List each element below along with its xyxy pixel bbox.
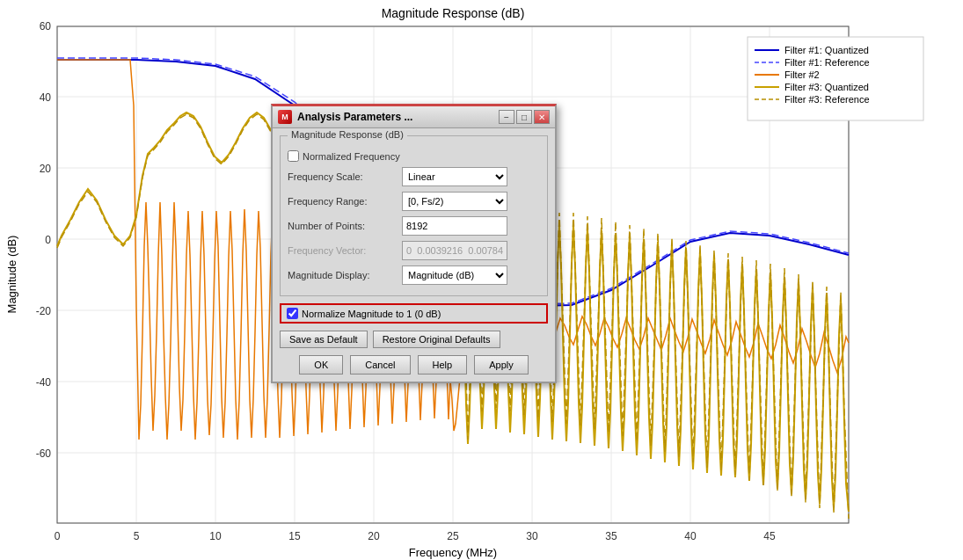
group-box-title: Magnitude Response (dB)	[288, 129, 407, 140]
svg-text:45: 45	[763, 530, 776, 542]
svg-text:Magnitude (dB): Magnitude (dB)	[5, 236, 18, 314]
save-defaults-button[interactable]: Save as Default	[280, 331, 368, 348]
cancel-button[interactable]: Cancel	[350, 355, 410, 375]
minimize-button[interactable]: −	[499, 110, 514, 124]
svg-text:Filter #1: Reference: Filter #1: Reference	[784, 57, 870, 68]
normalized-frequency-row: Normalized Frequency	[288, 150, 540, 162]
svg-text:10: 10	[209, 530, 222, 542]
svg-text:-60: -60	[36, 447, 52, 460]
magnitude-response-group: Magnitude Response (dB) Normalized Frequ…	[280, 135, 548, 296]
normalize-magnitude-label: Normalize Magnitude to 1 (0 dB)	[302, 309, 441, 319]
num-points-input[interactable]	[402, 216, 507, 236]
magnitude-display-label: Magnitude Display:	[288, 270, 402, 280]
magnitude-display-dropdown[interactable]: Magnitude (dB) Zero-phase Magnitude	[402, 265, 507, 285]
svg-text:40: 40	[40, 91, 52, 104]
window-controls: − □ ✕	[499, 110, 550, 124]
dialog-titlebar: M Analysis Parameters ... − □ ✕	[273, 106, 555, 128]
normalize-magnitude-box: Normalize Magnitude to 1 (0 dB)	[280, 303, 548, 324]
dialog-action-buttons: OK Cancel Help Apply	[280, 355, 548, 375]
frequency-range-control: [0, Fs/2) [0, Fs) [-Fs/2, Fs/2)	[402, 192, 540, 211]
svg-text:5: 5	[134, 530, 140, 542]
freq-vector-label: Frequency Vector:	[288, 245, 402, 256]
frequency-range-row: Frequency Range: [0, Fs/2) [0, Fs) [-Fs/…	[288, 192, 540, 211]
svg-text:15: 15	[288, 530, 301, 542]
svg-text:25: 25	[447, 530, 459, 542]
analysis-parameters-dialog: M Analysis Parameters ... − □ ✕ Magnitud…	[271, 104, 557, 383]
dialog-title-left: M Analysis Parameters ...	[278, 110, 412, 124]
frequency-range-label: Frequency Range:	[288, 196, 402, 207]
svg-text:20: 20	[40, 163, 52, 175]
normalize-magnitude-checkbox[interactable]	[287, 308, 298, 319]
ok-button[interactable]: OK	[299, 355, 343, 375]
frequency-scale-row: Frequency Scale: Linear Log	[288, 167, 540, 186]
frequency-range-dropdown[interactable]: [0, Fs/2) [0, Fs) [-Fs/2, Fs/2)	[402, 192, 507, 211]
dialog-body: Magnitude Response (dB) Normalized Frequ…	[273, 128, 555, 382]
defaults-row: Save as Default Restore Original Default…	[280, 331, 548, 348]
svg-text:30: 30	[526, 530, 538, 542]
svg-text:Filter #3: Reference: Filter #3: Reference	[784, 94, 870, 105]
svg-text:60: 60	[40, 20, 52, 33]
svg-text:Magnitude Response (dB): Magnitude Response (dB)	[382, 6, 525, 20]
matlab-icon: M	[278, 110, 292, 124]
restore-defaults-button[interactable]: Restore Original Defaults	[373, 331, 500, 348]
svg-text:0: 0	[45, 234, 51, 246]
svg-text:Filter #2: Filter #2	[784, 69, 820, 80]
svg-text:-40: -40	[36, 376, 52, 389]
close-button[interactable]: ✕	[534, 110, 550, 124]
svg-text:Frequency (MHz): Frequency (MHz)	[409, 546, 497, 559]
num-points-control	[402, 216, 540, 236]
freq-vector-control	[402, 241, 540, 260]
svg-text:Filter #3: Quantized: Filter #3: Quantized	[784, 82, 869, 92]
svg-text:Filter #1: Quantized: Filter #1: Quantized	[784, 45, 869, 55]
help-button[interactable]: Help	[418, 355, 468, 375]
frequency-scale-dropdown[interactable]: Linear Log	[402, 167, 507, 186]
apply-button[interactable]: Apply	[474, 355, 529, 375]
svg-text:20: 20	[368, 530, 380, 542]
svg-text:35: 35	[605, 530, 617, 542]
frequency-scale-control: Linear Log	[402, 167, 540, 186]
svg-text:0: 0	[55, 530, 61, 542]
num-points-row: Number of Points:	[288, 216, 540, 236]
num-points-label: Number of Points:	[288, 221, 402, 231]
dialog-title: Analysis Parameters ...	[297, 111, 412, 123]
frequency-scale-label: Frequency Scale:	[288, 171, 402, 182]
magnitude-display-control: Magnitude (dB) Zero-phase Magnitude	[402, 265, 540, 285]
freq-vector-row: Frequency Vector:	[288, 241, 540, 260]
magnitude-display-row: Magnitude Display: Magnitude (dB) Zero-p…	[288, 265, 540, 285]
maximize-button[interactable]: □	[516, 110, 532, 124]
svg-text:-20: -20	[36, 305, 52, 317]
normalized-frequency-checkbox[interactable]	[288, 150, 299, 162]
svg-text:40: 40	[684, 530, 697, 542]
normalized-frequency-label: Normalized Frequency	[303, 151, 400, 162]
freq-vector-input	[402, 241, 507, 260]
